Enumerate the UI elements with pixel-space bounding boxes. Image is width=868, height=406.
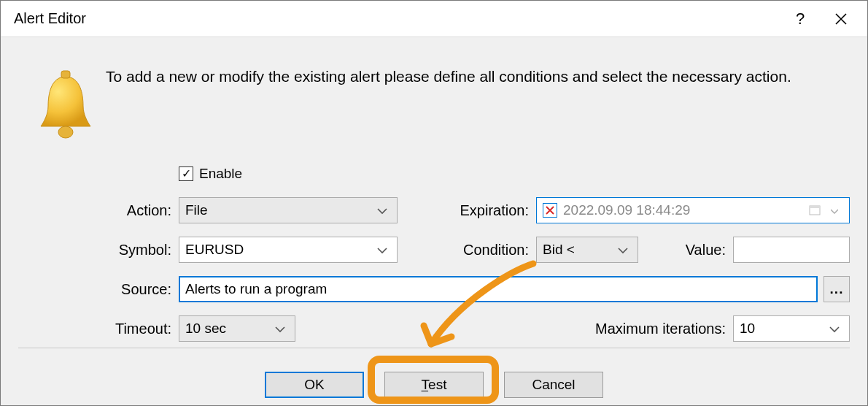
help-button[interactable]: ?	[780, 1, 821, 37]
intro-row: To add a new or modify the existing aler…	[18, 50, 850, 150]
chevron-down-icon	[614, 242, 632, 258]
symbol-value: EURUSD	[185, 242, 373, 258]
window-title: Alert Editor	[14, 10, 780, 27]
source-label: Source:	[98, 281, 179, 298]
source-input[interactable]: Alerts to run a program	[179, 276, 818, 302]
enable-label: Enable	[199, 166, 242, 182]
x-icon	[546, 206, 554, 215]
action-label: Action:	[98, 202, 179, 219]
separator	[18, 348, 850, 348]
chevron-down-icon	[826, 321, 843, 337]
svg-point-1	[58, 126, 73, 138]
test-button[interactable]: Test	[384, 372, 484, 398]
source-text: Alerts to run a program	[185, 281, 327, 297]
chevron-down-icon	[826, 202, 843, 218]
calendar-icon[interactable]	[805, 204, 826, 216]
ok-label: OK	[304, 377, 324, 393]
symbol-combo[interactable]: EURUSD	[179, 237, 398, 263]
intro-text: To add a new or modify the existing aler…	[106, 65, 850, 85]
condition-combo[interactable]: Bid <	[536, 237, 638, 263]
enable-checkbox[interactable]: ✓ Enable	[179, 166, 242, 182]
cancel-button[interactable]: Cancel	[504, 372, 603, 398]
svg-rect-3	[810, 206, 820, 208]
expiration-field[interactable]: 2022.09.09 18:44:29	[536, 197, 850, 223]
expiration-value: 2022.09.09 18:44:29	[563, 202, 805, 218]
test-label: Test	[422, 377, 447, 393]
timeout-label: Timeout:	[98, 321, 179, 337]
alert-editor-dialog: Alert Editor ?	[0, 0, 868, 406]
clear-date-button[interactable]	[543, 203, 557, 218]
condition-value: Bid <	[543, 242, 614, 258]
value-label: Value:	[638, 242, 733, 258]
symbol-label: Symbol:	[98, 242, 179, 258]
chevron-down-icon	[373, 202, 391, 218]
condition-label: Condition:	[441, 242, 536, 258]
timeout-value: 10 sec	[185, 321, 271, 337]
max-iter-combo[interactable]: 10	[733, 315, 850, 342]
form-area: ✓ Enable Action: File Expiration:	[98, 157, 850, 348]
chevron-down-icon	[373, 242, 391, 258]
max-iter-label: Maximum iterations:	[580, 321, 733, 337]
svg-rect-0	[61, 71, 70, 78]
value-input[interactable]	[733, 237, 850, 263]
title-bar: Alert Editor ?	[1, 1, 867, 37]
client-area: To add a new or modify the existing aler…	[1, 37, 867, 405]
timeout-combo[interactable]: 10 sec	[179, 315, 295, 342]
close-button[interactable]	[821, 1, 861, 37]
action-combo[interactable]: File	[179, 197, 398, 223]
max-iter-value: 10	[740, 321, 826, 337]
browse-button[interactable]: ...	[824, 276, 850, 302]
action-value: File	[185, 202, 373, 218]
close-icon	[834, 12, 848, 26]
browse-label: ...	[830, 281, 844, 297]
bell-icon-wrap	[26, 65, 106, 142]
ok-button[interactable]: OK	[265, 372, 364, 398]
checkbox-box: ✓	[179, 166, 193, 181]
cancel-label: Cancel	[532, 377, 575, 393]
expiration-label: Expiration:	[441, 202, 536, 219]
check-icon: ✓	[182, 168, 191, 180]
chevron-down-icon	[271, 321, 289, 337]
bell-icon	[36, 69, 95, 142]
dialog-buttons: OK Test Cancel	[1, 359, 867, 398]
